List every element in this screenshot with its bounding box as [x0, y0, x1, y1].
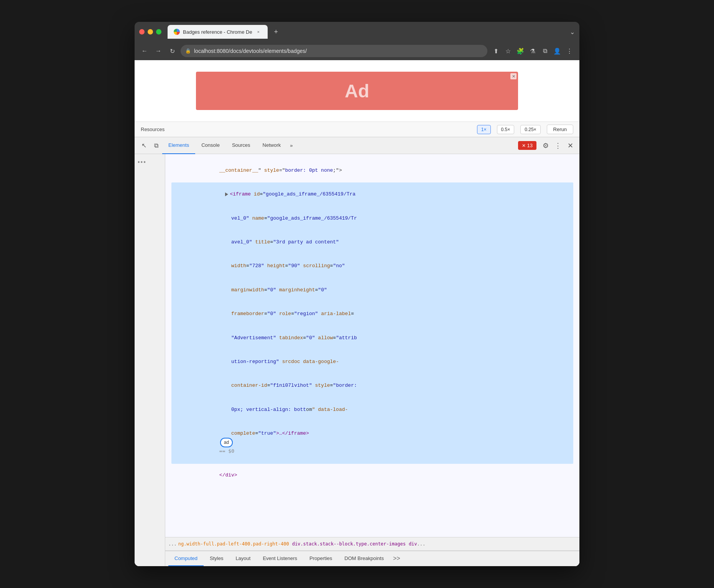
html-line-9: ution-reporting" srcdoc data-google-	[171, 350, 573, 374]
minimize-traffic-light[interactable]	[148, 29, 153, 34]
tab-sources[interactable]: Sources	[226, 137, 257, 154]
ad-label: Ad	[345, 80, 369, 102]
tab-computed[interactable]: Computed	[168, 551, 204, 566]
browser-window: Badges reference - Chrome De × + ⌄ ← → ↻…	[135, 22, 579, 566]
tab-console[interactable]: Console	[195, 137, 226, 154]
devtools-panel: ↖ ⧉ Elements Console Sources Network » ✕	[135, 137, 579, 566]
tab-dom-breakpoints[interactable]: DOM Breakpoints	[338, 551, 390, 566]
left-panel-dots: •••	[138, 159, 146, 166]
resources-label: Resources	[141, 126, 165, 132]
ad-banner: Ad ✕	[196, 72, 518, 110]
title-bar: Badges reference - Chrome De × + ⌄	[135, 22, 579, 42]
profile-icon[interactable]: 👤	[552, 46, 563, 56]
active-tab[interactable]: Badges reference - Chrome De ×	[168, 25, 268, 39]
tab-event-listeners[interactable]: Event Listeners	[257, 551, 303, 566]
chrome-favicon	[174, 29, 180, 35]
rerun-button[interactable]: Rerun	[547, 125, 573, 134]
html-line-11: 0px; vertical-align: bottom" data-load-	[171, 398, 573, 422]
ad-badge[interactable]: ad	[220, 438, 233, 447]
tab-elements[interactable]: Elements	[162, 137, 195, 154]
toolbar-icons: ⬆ ☆ 🧩 ⚗ ⧉ 👤 ⋮	[490, 46, 575, 56]
tab-menu-button[interactable]: ⌄	[570, 28, 575, 36]
html-line-8: "Advertisement" tabindex="0" allow="attr…	[171, 326, 573, 350]
html-view[interactable]: __container__" style="border: 0pt none;"…	[165, 154, 579, 537]
html-line-7: frameborder="0" role="region" aria-label…	[171, 302, 573, 326]
breadcrumb-div2[interactable]: div	[409, 541, 417, 547]
devtools-left-panel: •••	[135, 154, 165, 566]
breadcrumb-bar: ... ng.width-full.pad-left-400.pad-right…	[165, 537, 579, 551]
breadcrumb-div1[interactable]: div.stack.stack--block.type.center-image…	[292, 541, 406, 547]
tab-network[interactable]: Network	[257, 137, 287, 154]
inspector-icon[interactable]: ↖	[138, 140, 150, 152]
html-line-1: __container__" style="border: 0pt none;"…	[171, 159, 573, 182]
tab-close-button[interactable]: ×	[255, 29, 262, 35]
devtools-more-icon[interactable]: ⋮	[552, 140, 564, 152]
demo-toolbar: Resources 1× 0.5× 0.25× Rerun	[135, 122, 579, 137]
bottom-tab-more[interactable]: >>	[390, 551, 403, 566]
tab-layout[interactable]: Layout	[229, 551, 257, 566]
chrome-menu-icon[interactable]: ⋮	[564, 46, 575, 56]
devtools-close-icon[interactable]: ✕	[564, 140, 576, 152]
url-bar[interactable]: 🔒 localhost:8080/docs/devtools/elements/…	[181, 45, 487, 57]
back-button[interactable]: ←	[139, 46, 150, 56]
tab-styles[interactable]: Styles	[204, 551, 229, 566]
split-screen-icon[interactable]: ⧉	[540, 46, 550, 56]
devtools-main-panel: __container__" style="border: 0pt none;"…	[165, 154, 579, 566]
forward-button[interactable]: →	[153, 46, 164, 56]
page-body: Ad ✕	[135, 60, 579, 122]
url-text: localhost:8080/docs/devtools/elements/ba…	[194, 48, 307, 54]
html-line-4: avel_0" title="3rd party ad content"	[171, 230, 573, 254]
tab-title: Badges reference - Chrome De	[183, 29, 252, 35]
devtools-body: ••• __container__" style="border: 0pt no…	[135, 154, 579, 566]
layers-icon[interactable]: ⧉	[150, 140, 162, 152]
address-bar: ← → ↻ 🔒 localhost:8080/docs/devtools/ele…	[135, 42, 579, 60]
maximize-traffic-light[interactable]	[156, 29, 161, 34]
breadcrumb-start: ...	[168, 541, 177, 547]
zoom-1x-button[interactable]: 1×	[477, 125, 491, 134]
breadcrumb-class[interactable]: ng.width-full.pad-left-400.pad-right-400	[178, 541, 289, 547]
new-tab-button[interactable]: +	[271, 26, 281, 37]
devtools-tabs: ↖ ⧉ Elements Console Sources Network » ✕	[135, 137, 579, 154]
html-line-5: width="728" height="90" scrolling="no"	[171, 255, 573, 278]
refresh-button[interactable]: ↻	[167, 46, 178, 56]
breadcrumb-end: ...	[417, 541, 426, 547]
bookmark-icon[interactable]: ☆	[503, 46, 513, 56]
flask-icon[interactable]: ⚗	[527, 46, 538, 56]
traffic-lights	[139, 29, 161, 34]
html-line-3: vel_0" name="google_ads_iframe_/6355419/…	[171, 207, 573, 230]
zoom-05x-button[interactable]: 0.5×	[497, 125, 515, 134]
ad-close-button[interactable]: ✕	[510, 73, 517, 79]
close-traffic-light[interactable]	[139, 29, 145, 34]
bottom-tabs: Computed Styles Layout Event Listeners P	[165, 551, 579, 566]
error-icon: ✕	[522, 143, 526, 148]
page-content: Ad ✕ Resources 1× 0.5× 0.25× Rerun ↖ ⧉ E…	[135, 60, 579, 566]
selected-html-element: <iframe id="google_ads_iframe_/6355419/T…	[171, 182, 573, 463]
html-line-6: marginwidth="0" marginheight="0"	[171, 278, 573, 302]
html-line-closediv: </div>	[171, 464, 573, 488]
html-line-2: <iframe id="google_ads_iframe_/6355419/T…	[171, 182, 573, 206]
more-tabs-button[interactable]: »	[287, 137, 296, 154]
error-count: 13	[527, 143, 533, 148]
html-line-12: complete="true">…</iframe> ad == $0	[171, 422, 573, 463]
lock-icon: 🔒	[185, 48, 191, 54]
extension-icon[interactable]: 🧩	[515, 46, 526, 56]
settings-icon[interactable]: ⚙	[540, 140, 552, 152]
html-line-10: container-id="f1ni07lvihot" style="borde…	[171, 374, 573, 398]
tab-properties[interactable]: Properties	[303, 551, 338, 566]
share-icon[interactable]: ⬆	[490, 46, 501, 56]
zoom-025x-button[interactable]: 0.25×	[520, 125, 540, 134]
dollar-value: == $0	[219, 448, 234, 454]
error-badge[interactable]: ✕ 13	[518, 141, 536, 150]
